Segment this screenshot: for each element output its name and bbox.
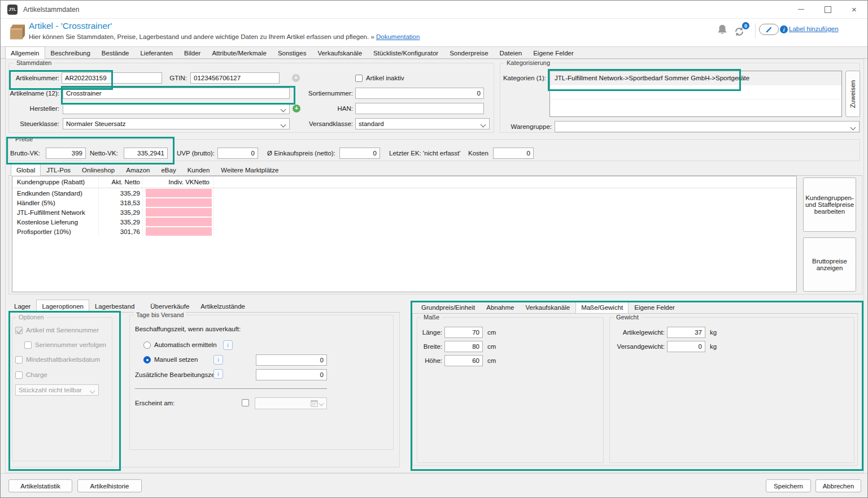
pricetab-amazon[interactable]: Amazon	[120, 164, 155, 176]
tab-grundpreis-einheit[interactable]: Grundpreis/Einheit	[416, 302, 481, 313]
brutto-vk-label: Brutto-VK:	[10, 150, 40, 157]
kundengruppe-cell: Endkunden (Standard)	[12, 188, 99, 198]
manuell-wert-field[interactable]: 0	[256, 354, 327, 366]
pricetab-jtl-pos[interactable]: JTL-Pos	[41, 164, 76, 176]
artikel-inaktiv-checkbox[interactable]	[355, 75, 363, 82]
indiv-vknetto-cell[interactable]	[146, 227, 212, 236]
manuell-info-icon[interactable]: i	[213, 355, 223, 365]
kategorien-label: Kategorien (1):	[500, 75, 546, 81]
minimize-button[interactable]	[788, 1, 814, 18]
dokumentation-link[interactable]: Dokumentation	[376, 33, 420, 40]
kundengruppe-cell: Kostenlose Lieferung	[12, 217, 99, 227]
hoehe-field[interactable]: 60	[444, 355, 483, 366]
mhd-checkbox	[15, 356, 23, 363]
pricetab-global[interactable]: Global	[11, 163, 41, 176]
bruttopreise-anzeigen-button[interactable]: Bruttopreise anzeigen	[803, 237, 856, 292]
table-row[interactable]: Händler (5%) 318,53	[12, 198, 796, 207]
versandgewicht-field[interactable]: 0	[667, 341, 705, 352]
speichern-button[interactable]: Speichern	[766, 479, 811, 492]
uvp-field[interactable]: 0	[217, 148, 258, 159]
sortiernummer-field[interactable]: 0	[355, 88, 484, 99]
tab-dateien[interactable]: Dateien	[494, 47, 528, 59]
indiv-vknetto-cell[interactable]	[146, 218, 212, 226]
tab-masse-gewicht[interactable]: Maße/Gewicht	[575, 301, 629, 313]
tab-lieferanten[interactable]: Lieferanten	[134, 47, 178, 59]
stammdaten-group-label: Stammdaten	[14, 59, 54, 66]
tab-stueckliste-konfigurator[interactable]: Stückliste/Konfigurator	[368, 47, 444, 59]
abbrechen-button[interactable]: Abbrechen	[815, 479, 861, 492]
tab-eigene-felder-detail[interactable]: Eigene Felder	[629, 302, 681, 313]
maximize-button[interactable]	[814, 1, 841, 18]
tab-abnahme[interactable]: Abnahme	[481, 302, 520, 313]
col-indiv-vknetto[interactable]: Indiv. VKNetto	[143, 176, 213, 188]
pricetab-ebay[interactable]: eBay	[155, 164, 181, 176]
tab-lagerbestand[interactable]: Lagerbestand	[89, 301, 140, 312]
netto-vk-field[interactable]: 335,2941	[124, 148, 168, 159]
steuerklasse-dropdown[interactable]: Normaler Steuersatz	[63, 118, 290, 129]
laenge-field[interactable]: 70	[444, 327, 483, 338]
erscheint-am-checkbox[interactable]	[242, 399, 249, 406]
hersteller-dropdown[interactable]	[63, 103, 290, 114]
warengruppe-dropdown[interactable]	[555, 121, 860, 132]
close-button[interactable]: ×	[841, 1, 867, 18]
artikelhistorie-button[interactable]: Artikelhistorie	[77, 479, 142, 492]
kategorie-list-item[interactable]: JTL-Fulfillment Network->Sportbedarf Som…	[550, 71, 841, 85]
main-tab-bar: Allgemein Beschreibung Bestände Lieferan…	[5, 47, 579, 59]
kosten-field[interactable]: 0	[493, 148, 534, 159]
tab-verkaufskanaele[interactable]: Verkaufskanäle	[312, 47, 368, 59]
staffelpreise-bearbeiten-button[interactable]: Kundengruppen- und Staffelpreise bearbei…	[803, 177, 856, 232]
automatisch-radio[interactable]	[143, 341, 151, 349]
akt-netto-cell: 335,29	[99, 217, 143, 227]
tab-lager[interactable]: Lager	[8, 301, 36, 312]
col-akt-netto[interactable]: Akt. Netto	[99, 176, 143, 188]
pricetab-onlineshop[interactable]: Onlineshop	[76, 164, 120, 176]
gtin-field[interactable]: 0123456706127	[190, 72, 280, 84]
pricetab-weitere-marktplaetze[interactable]: Weitere Marktplätze	[215, 164, 284, 176]
tab-sonstiges[interactable]: Sonstiges	[272, 47, 312, 59]
table-row[interactable]: JTL-Fulfillment Network 335,29	[12, 207, 796, 217]
einkaufspreis-field[interactable]: 0	[339, 148, 380, 159]
page-title: Artikel - 'Crosstrainer'	[29, 21, 112, 31]
artikelnummer-label: Artikelnummer:	[11, 75, 59, 81]
col-kundengruppe[interactable]: Kundengruppe (Rabatt)	[12, 176, 99, 188]
tab-allgemein[interactable]: Allgemein	[5, 46, 45, 59]
artikelnummer-field[interactable]: AR202203159	[62, 72, 162, 84]
edit-label-button[interactable]	[759, 24, 779, 35]
tab-ueberverkaeufe[interactable]: Überverkäufe	[145, 301, 195, 312]
label-hinzufuegen-link[interactable]: Label hinzufügen	[789, 25, 839, 32]
table-row[interactable]: Kostenlose Lieferung 335,29	[12, 217, 796, 227]
brutto-vk-field[interactable]: 399	[46, 148, 86, 159]
tab-attribute-merkmale[interactable]: Attribute/Merkmale	[206, 47, 272, 59]
kundengruppen-price-table[interactable]: Kundengruppe (Rabatt) Akt. Netto Indiv. …	[12, 176, 797, 292]
tab-bestaende[interactable]: Bestände	[96, 47, 135, 59]
calendar-icon	[311, 400, 318, 407]
tab-eigene-felder[interactable]: Eigene Felder	[527, 47, 579, 59]
sync-badge-count: 0	[742, 22, 749, 29]
indiv-vknetto-cell[interactable]	[146, 208, 212, 216]
artikelname-field[interactable]: Crosstrainer	[63, 88, 290, 99]
bearbeitungszeit-info-icon[interactable]: i	[213, 369, 223, 379]
seriennummer-verfolgen-label: Seriennummer verfolgen	[35, 341, 106, 348]
artikelstatistik-button[interactable]: Artikelstatistik	[8, 479, 72, 492]
bearbeitungszeit-field[interactable]: 0	[256, 369, 327, 380]
pricetab-kunden[interactable]: Kunden	[182, 164, 216, 176]
breite-field[interactable]: 80	[444, 341, 483, 352]
table-row[interactable]: Endkunden (Standard) 335,29	[12, 188, 796, 198]
indiv-vknetto-cell[interactable]	[146, 198, 212, 207]
tab-verkaufskanaele-detail[interactable]: Verkaufskanäle	[520, 302, 575, 313]
artikelgewicht-field[interactable]: 37	[667, 327, 705, 338]
table-row[interactable]: Profisportler (10%) 301,76	[12, 227, 796, 236]
tab-lageroptionen[interactable]: Lageroptionen	[36, 300, 89, 312]
indiv-vknetto-cell[interactable]	[146, 189, 212, 197]
manuell-radio[interactable]	[143, 356, 151, 363]
versandklasse-dropdown[interactable]: standard	[355, 118, 490, 129]
tab-artikelzustaende[interactable]: Artikelzustände	[195, 301, 251, 312]
tab-bilder[interactable]: Bilder	[178, 47, 206, 59]
zuweisen-button[interactable]: Zuweisen	[845, 71, 860, 117]
han-field[interactable]	[355, 103, 484, 114]
tab-beschreibung[interactable]: Beschreibung	[45, 47, 96, 59]
kategorien-listbox[interactable]: JTL-Fulfillment Network->Sportbedarf Som…	[549, 71, 842, 117]
automatisch-info-icon[interactable]: i	[223, 340, 233, 350]
bell-icon[interactable]	[717, 24, 728, 36]
tab-sonderpreise[interactable]: Sonderpreise	[444, 47, 494, 59]
